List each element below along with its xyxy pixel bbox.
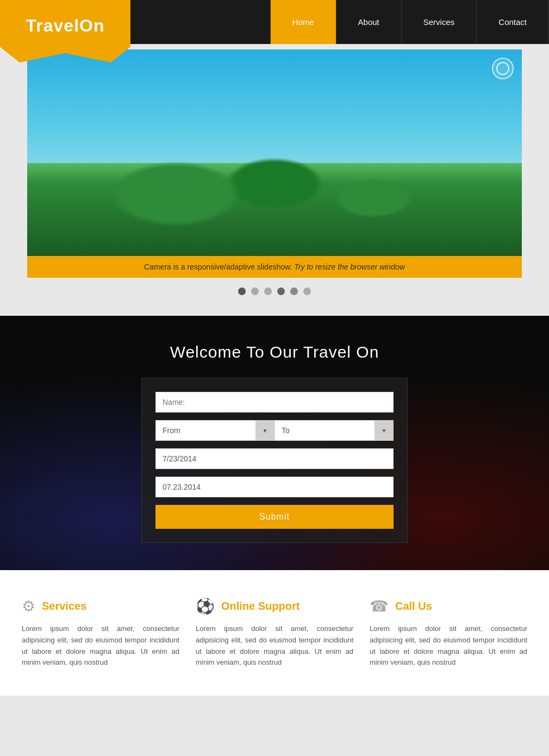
service-title-0: Services (42, 600, 86, 613)
service-title-2: Call Us (395, 600, 432, 613)
phone-icon: ☎ (370, 597, 389, 615)
service-col-0: ⚙ Services Lorem ipsum dolor sit amet, c… (22, 597, 179, 668)
service-col-1: ⚽ Online Support Lorem ipsum dolor sit a… (196, 597, 353, 668)
service-col-2: ☎ Call Us Lorem ipsum dolor sit amet, co… (370, 597, 527, 668)
slide-caption: Camera is a responsive/adaptive slidesho… (27, 256, 522, 278)
name-input[interactable] (155, 392, 394, 413)
slide-dots (0, 278, 549, 305)
to-select[interactable]: To (274, 420, 394, 441)
welcome-title: Welcome To Our Travel On (11, 343, 538, 361)
from-to-row: From To (155, 420, 394, 441)
header: TravelOn Home About Services Contact (0, 0, 549, 44)
slide-control-btn[interactable] (492, 58, 514, 79)
gear-icon: ⚙ (22, 597, 35, 615)
submit-button[interactable]: Submit (155, 505, 394, 529)
slide-dot-2[interactable] (251, 288, 259, 295)
main-nav: Home About Services Contact (270, 0, 549, 44)
nav-contact[interactable]: Contact (477, 0, 549, 44)
name-group (155, 392, 394, 413)
services-section: ⚙ Services Lorem ipsum dolor sit amet, c… (0, 570, 549, 696)
nav-about[interactable]: About (336, 0, 402, 44)
slide-dot-5[interactable] (290, 288, 298, 295)
caption-italic: Try to resize the browser window (294, 263, 405, 271)
date2-group (155, 477, 394, 497)
slide-dot-6[interactable] (303, 288, 311, 295)
logo[interactable]: TravelOn (0, 0, 130, 63)
date1-group (155, 448, 394, 469)
from-select[interactable]: From (155, 420, 274, 441)
slideshow-section: Camera is a responsive/adaptive slidesho… (0, 44, 549, 316)
caption-text: Camera is a responsive/adaptive slidesho… (144, 263, 292, 271)
service-header-1: ⚽ Online Support (196, 597, 353, 615)
slideshow: Camera is a responsive/adaptive slidesho… (27, 49, 522, 278)
date1-input[interactable] (155, 448, 394, 469)
slide-dot-3[interactable] (264, 288, 272, 295)
service-header-0: ⚙ Services (22, 597, 179, 615)
date2-input[interactable] (155, 477, 394, 497)
support-icon: ⚽ (196, 597, 215, 615)
booking-form: From To Submit (141, 378, 408, 543)
nav-home[interactable]: Home (270, 0, 336, 44)
slide-dot-1[interactable] (238, 288, 246, 295)
slide-image (27, 49, 522, 256)
logo-text: TravelOn (26, 16, 105, 47)
service-title-1: Online Support (221, 600, 300, 613)
slide-dot-4[interactable] (277, 288, 285, 295)
service-text-0: Lorem ipsum dolor sit amet, consectetur … (22, 623, 179, 668)
from-select-wrap: From (155, 420, 274, 441)
service-text-1: Lorem ipsum dolor sit amet, consectetur … (196, 623, 353, 668)
welcome-section: Welcome To Our Travel On From To (0, 316, 549, 570)
to-select-wrap: To (274, 420, 394, 441)
nav-services[interactable]: Services (402, 0, 477, 44)
service-text-2: Lorem ipsum dolor sit amet, consectetur … (370, 623, 527, 668)
service-header-2: ☎ Call Us (370, 597, 527, 615)
